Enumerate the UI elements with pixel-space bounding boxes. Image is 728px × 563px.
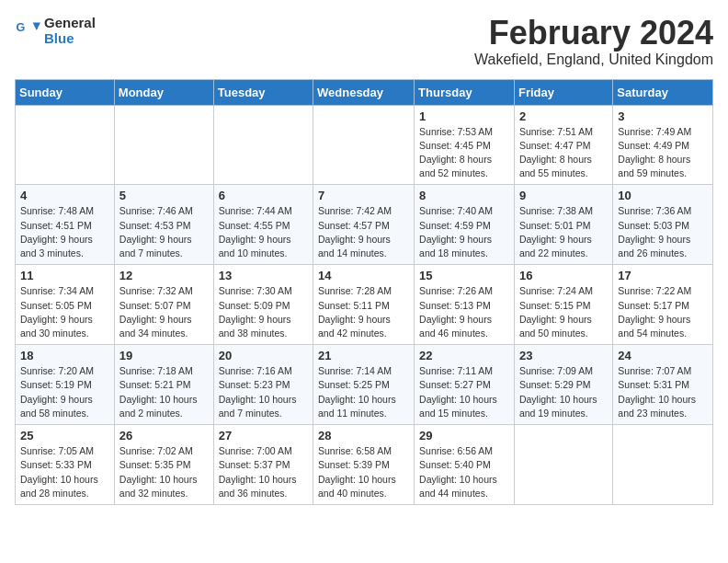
day-number: 20 [219,349,308,362]
calendar-cell [114,105,213,185]
day-number: 2 [519,109,608,123]
day-number: 23 [519,349,608,362]
calendar-cell: 6Sunrise: 7:44 AMSunset: 4:55 PMDaylight… [213,185,313,265]
calendar-cell: 3Sunrise: 7:49 AMSunset: 4:49 PMDaylight… [613,105,713,185]
day-info: Sunrise: 6:58 AMSunset: 5:39 PMDaylight:… [318,444,409,500]
title-section: February 2024 Wakefield, England, United… [474,15,713,68]
day-info: Sunrise: 7:42 AMSunset: 4:57 PMDaylight:… [318,204,409,260]
day-info: Sunrise: 6:56 AMSunset: 5:40 PMDaylight:… [419,444,509,500]
day-number: 17 [618,269,708,282]
day-number: 4 [20,189,109,202]
calendar-table: SundayMondayTuesdayWednesdayThursdayFrid… [15,79,713,505]
calendar-cell: 1Sunrise: 7:53 AMSunset: 4:45 PMDaylight… [415,105,515,185]
calendar-cell: 15Sunrise: 7:26 AMSunset: 5:13 PMDayligh… [415,265,515,345]
day-info: Sunrise: 7:34 AMSunset: 5:05 PMDaylight:… [20,284,109,340]
day-info: Sunrise: 7:53 AMSunset: 4:45 PMDaylight:… [419,125,509,181]
day-number: 5 [119,189,209,202]
day-info: Sunrise: 7:09 AMSunset: 5:29 PMDaylight:… [519,364,608,420]
calendar-cell: 5Sunrise: 7:46 AMSunset: 4:53 PMDaylight… [114,185,213,265]
weekday-header: Wednesday [313,79,415,105]
calendar-cell: 24Sunrise: 7:07 AMSunset: 5:31 PMDayligh… [613,345,713,425]
day-number: 3 [618,109,708,123]
day-info: Sunrise: 7:51 AMSunset: 4:47 PMDaylight:… [519,125,608,181]
calendar-cell [613,425,713,505]
day-number: 15 [419,269,509,282]
day-info: Sunrise: 7:44 AMSunset: 4:55 PMDaylight:… [219,204,308,260]
calendar-cell: 14Sunrise: 7:28 AMSunset: 5:11 PMDayligh… [313,265,415,345]
calendar-cell: 21Sunrise: 7:14 AMSunset: 5:25 PMDayligh… [313,345,415,425]
weekday-header: Thursday [415,79,515,105]
day-number: 22 [419,349,509,362]
day-info: Sunrise: 7:22 AMSunset: 5:17 PMDaylight:… [618,284,708,340]
day-info: Sunrise: 7:16 AMSunset: 5:23 PMDaylight:… [219,364,308,420]
day-number: 7 [318,189,409,202]
calendar-cell: 13Sunrise: 7:30 AMSunset: 5:09 PMDayligh… [213,265,313,345]
calendar-cell [514,425,612,505]
calendar-cell: 8Sunrise: 7:40 AMSunset: 4:59 PMDaylight… [415,185,515,265]
weekday-header: Saturday [613,79,713,105]
day-info: Sunrise: 7:28 AMSunset: 5:11 PMDaylight:… [318,284,409,340]
calendar-week-row: 4Sunrise: 7:48 AMSunset: 4:51 PMDaylight… [16,185,713,265]
day-number: 12 [119,269,209,282]
calendar-cell: 26Sunrise: 7:02 AMSunset: 5:35 PMDayligh… [114,425,213,505]
day-number: 10 [618,189,708,202]
calendar-cell: 11Sunrise: 7:34 AMSunset: 5:05 PMDayligh… [16,265,115,345]
day-info: Sunrise: 7:24 AMSunset: 5:15 PMDaylight:… [519,284,608,340]
day-info: Sunrise: 7:38 AMSunset: 5:01 PMDaylight:… [519,204,608,260]
day-info: Sunrise: 7:00 AMSunset: 5:37 PMDaylight:… [219,444,308,500]
day-number: 25 [20,429,109,442]
weekday-header: Friday [514,79,612,105]
calendar-cell: 17Sunrise: 7:22 AMSunset: 5:17 PMDayligh… [613,265,713,345]
day-info: Sunrise: 7:02 AMSunset: 5:35 PMDaylight:… [119,444,209,500]
day-number: 1 [419,109,509,123]
day-info: Sunrise: 7:11 AMSunset: 5:27 PMDaylight:… [419,364,509,420]
svg-text:G: G [16,21,25,34]
day-number: 26 [119,429,209,442]
day-info: Sunrise: 7:05 AMSunset: 5:33 PMDaylight:… [20,444,109,500]
logo-text: General Blue [44,15,96,46]
logo-icon: G [15,17,40,43]
calendar-cell: 12Sunrise: 7:32 AMSunset: 5:07 PMDayligh… [114,265,213,345]
day-number: 24 [618,349,708,362]
calendar-week-row: 25Sunrise: 7:05 AMSunset: 5:33 PMDayligh… [16,425,713,505]
day-number: 18 [20,349,109,362]
day-info: Sunrise: 7:07 AMSunset: 5:31 PMDaylight:… [618,364,708,420]
calendar-cell: 7Sunrise: 7:42 AMSunset: 4:57 PMDaylight… [313,185,415,265]
day-number: 21 [318,349,409,362]
calendar-cell: 2Sunrise: 7:51 AMSunset: 4:47 PMDaylight… [514,105,612,185]
calendar-cell [313,105,415,185]
calendar-cell: 28Sunrise: 6:58 AMSunset: 5:39 PMDayligh… [313,425,415,505]
day-info: Sunrise: 7:32 AMSunset: 5:07 PMDaylight:… [119,284,209,340]
day-number: 8 [419,189,509,202]
weekday-header: Tuesday [213,79,313,105]
page-header: G General Blue February 2024 Wakefield, … [15,15,713,68]
calendar-week-row: 18Sunrise: 7:20 AMSunset: 5:19 PMDayligh… [16,345,713,425]
day-info: Sunrise: 7:49 AMSunset: 4:49 PMDaylight:… [618,125,708,181]
day-info: Sunrise: 7:26 AMSunset: 5:13 PMDaylight:… [419,284,509,340]
calendar-cell: 18Sunrise: 7:20 AMSunset: 5:19 PMDayligh… [16,345,115,425]
calendar-cell: 29Sunrise: 6:56 AMSunset: 5:40 PMDayligh… [415,425,515,505]
day-number: 11 [20,269,109,282]
calendar-cell: 9Sunrise: 7:38 AMSunset: 5:01 PMDaylight… [514,185,612,265]
calendar-cell [213,105,313,185]
calendar-cell: 10Sunrise: 7:36 AMSunset: 5:03 PMDayligh… [613,185,713,265]
calendar-cell: 20Sunrise: 7:16 AMSunset: 5:23 PMDayligh… [213,345,313,425]
day-info: Sunrise: 7:48 AMSunset: 4:51 PMDaylight:… [20,204,109,260]
calendar-header-row: SundayMondayTuesdayWednesdayThursdayFrid… [16,79,713,105]
calendar-cell: 27Sunrise: 7:00 AMSunset: 5:37 PMDayligh… [213,425,313,505]
calendar-cell: 16Sunrise: 7:24 AMSunset: 5:15 PMDayligh… [514,265,612,345]
day-info: Sunrise: 7:20 AMSunset: 5:19 PMDaylight:… [20,364,109,420]
day-info: Sunrise: 7:36 AMSunset: 5:03 PMDaylight:… [618,204,708,260]
logo: G General Blue [15,15,96,46]
day-number: 16 [519,269,608,282]
day-number: 6 [219,189,308,202]
day-info: Sunrise: 7:40 AMSunset: 4:59 PMDaylight:… [419,204,509,260]
day-number: 13 [219,269,308,282]
calendar-week-row: 1Sunrise: 7:53 AMSunset: 4:45 PMDaylight… [16,105,713,185]
weekday-header: Sunday [16,79,115,105]
day-number: 29 [419,429,509,442]
day-number: 19 [119,349,209,362]
calendar-cell: 4Sunrise: 7:48 AMSunset: 4:51 PMDaylight… [16,185,115,265]
weekday-header: Monday [114,79,213,105]
day-info: Sunrise: 7:14 AMSunset: 5:25 PMDaylight:… [318,364,409,420]
